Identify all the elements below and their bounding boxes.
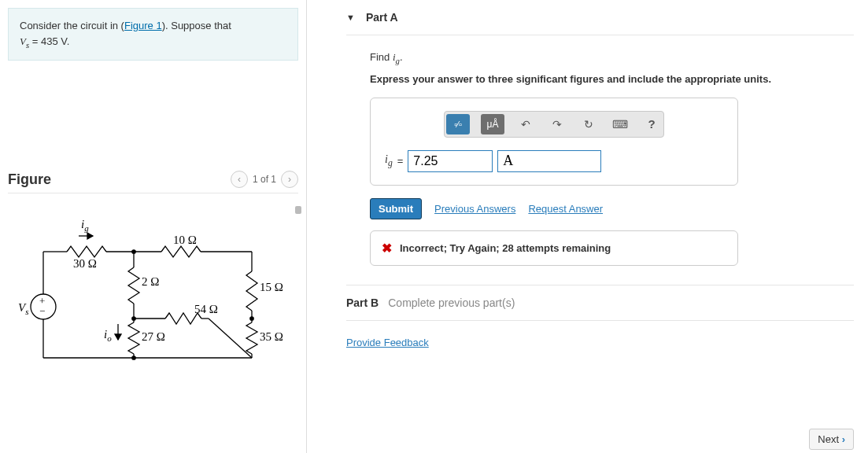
collapse-icon: ▼ — [346, 13, 355, 22]
left-pane: Consider the circuit in (Figure 1). Supp… — [0, 0, 307, 453]
figure-pager: ‹ 1 of 1 › — [231, 171, 298, 188]
incorrect-icon: ✖ — [382, 241, 392, 256]
feedback-box: ✖ Incorrect; Try Again; 28 attempts rema… — [370, 230, 738, 266]
next-button[interactable]: Next › — [809, 429, 854, 450]
units-button[interactable]: μÅ — [481, 114, 504, 134]
svg-text:ig: ig — [81, 218, 89, 233]
template-button[interactable]: ▫⁄▫ — [446, 114, 470, 134]
find-text: Find ig. — [370, 51, 854, 65]
help-button[interactable]: ? — [641, 115, 662, 134]
part-b-sub: Complete previous part(s) — [388, 296, 515, 309]
reset-button[interactable]: ↻ — [578, 115, 599, 134]
pager-next-button[interactable]: › — [281, 171, 298, 188]
prompt-text-2: ). Suppose that — [162, 20, 231, 31]
answer-box: ▫⁄▫ μÅ ↶ ↷ ↻ ⌨ ? ig = — [370, 98, 738, 186]
vs-value: = 435 V. — [29, 35, 69, 47]
chevron-right-icon: › — [842, 433, 845, 445]
pager-prev-button[interactable]: ‹ — [231, 171, 248, 188]
part-a-header[interactable]: ▼ Part A — [346, 11, 854, 35]
submit-button[interactable]: Submit — [370, 198, 422, 219]
answer-row: ig = — [385, 150, 723, 172]
svg-text:27 Ω: 27 Ω — [142, 330, 165, 343]
scrollbar-thumb[interactable] — [295, 206, 301, 214]
prompt-text: Consider the circuit in ( — [20, 20, 124, 31]
keyboard-button[interactable]: ⌨ — [610, 115, 630, 134]
problem-statement: Consider the circuit in (Figure 1). Supp… — [8, 8, 298, 61]
action-row: Submit Previous Answers Request Answer — [370, 198, 854, 219]
svg-text:15 Ω: 15 Ω — [260, 281, 283, 293]
svg-text:2 Ω: 2 Ω — [142, 275, 159, 288]
svg-text:10 Ω: 10 Ω — [173, 234, 197, 246]
figure-link[interactable]: Figure 1 — [124, 20, 162, 31]
svg-point-19 — [132, 356, 135, 359]
answer-instruction: Express your answer to three significant… — [370, 73, 854, 85]
part-a-title: Part A — [366, 11, 398, 24]
equals-sign: = — [397, 155, 404, 167]
part-b-header[interactable]: Part B Complete previous part(s) — [346, 285, 854, 321]
undo-button[interactable]: ↶ — [515, 115, 536, 134]
right-pane: ▼ Part A Find ig. Express your answer to… — [307, 0, 868, 453]
previous-answers-link[interactable]: Previous Answers — [434, 203, 515, 215]
svg-text:−: − — [39, 305, 45, 317]
feedback-text: Incorrect; Try Again; 28 attempts remain… — [400, 242, 611, 254]
value-input[interactable] — [408, 150, 493, 172]
part-b-title: Part B — [346, 296, 379, 309]
svg-text:io: io — [104, 328, 112, 343]
svg-text:54 Ω: 54 Ω — [194, 303, 218, 315]
unit-input[interactable] — [497, 150, 601, 172]
svg-text:Vs: Vs — [18, 301, 28, 316]
svg-text:30 Ω: 30 Ω — [73, 257, 97, 270]
part-a-body: Find ig. Express your answer to three si… — [346, 35, 854, 266]
vs-var: V — [20, 35, 26, 47]
pager-text: 1 of 1 — [253, 174, 276, 185]
answer-var-label: ig — [385, 153, 393, 168]
svg-text:35 Ω: 35 Ω — [260, 330, 283, 343]
figure-section: Figure ‹ 1 of 1 › — [8, 171, 298, 372]
provide-feedback-link[interactable]: Provide Feedback — [346, 337, 429, 348]
figure-body: + − Vs ig 30 Ω 10 Ω 2 Ω 15 Ω 35 Ω 27 Ω 5… — [8, 204, 298, 372]
answer-toolbar: ▫⁄▫ μÅ ↶ ↷ ↻ ⌨ ? — [444, 111, 664, 138]
figure-title: Figure — [8, 171, 51, 188]
circuit-diagram: + − Vs ig 30 Ω 10 Ω 2 Ω 15 Ω 35 Ω 27 Ω 5… — [8, 204, 291, 370]
redo-button[interactable]: ↷ — [547, 115, 567, 134]
request-answer-link[interactable]: Request Answer — [528, 203, 603, 215]
